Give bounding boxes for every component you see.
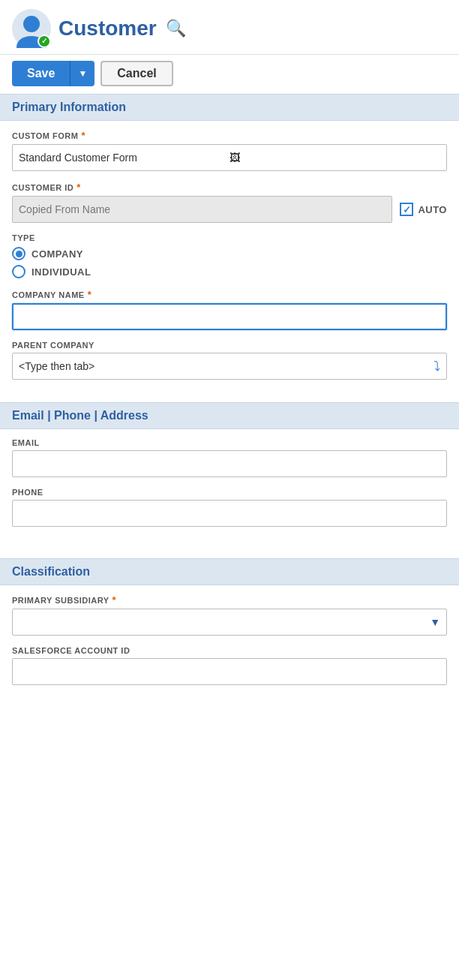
primary-information-section-header: Primary Information [0, 94, 459, 121]
toolbar: Save ▼ Cancel [0, 55, 459, 94]
customer-id-field: CUSTOMER ID * AUTO [12, 182, 447, 223]
parent-company-field: PARENT COMPANY <Type then tab> ⤵ [12, 341, 447, 380]
auto-checkbox-group: AUTO [400, 203, 447, 216]
primary-subsidiary-required: * [112, 594, 117, 606]
salesforce-account-id-input[interactable] [12, 658, 447, 685]
primary-subsidiary-field: PRIMARY SUBSIDIARY * ▼ [12, 594, 447, 636]
radio-company-label: COMPANY [32, 248, 83, 260]
svg-point-1 [23, 16, 40, 32]
save-button-group: Save ▼ [12, 61, 94, 86]
radio-company-circle[interactable] [12, 247, 26, 260]
auto-label: AUTO [418, 204, 447, 215]
radio-company[interactable]: COMPANY [12, 247, 447, 260]
email-phone-form: EMAIL PHONE [0, 429, 459, 558]
phone-field: PHONE [12, 488, 447, 527]
type-field: TYPE COMPANY INDIVIDUAL [12, 233, 447, 278]
search-icon[interactable]: 🔍 [166, 19, 186, 38]
email-input[interactable] [12, 450, 447, 477]
customer-id-required: * [76, 182, 81, 193]
auto-checkbox[interactable] [400, 203, 413, 216]
radio-individual[interactable]: INDIVIDUAL [12, 265, 447, 278]
salesforce-account-id-label: SALESFORCE ACCOUNT ID [12, 646, 447, 655]
email-field: EMAIL [12, 438, 447, 477]
customer-id-row: AUTO [12, 196, 447, 223]
radio-individual-label: INDIVIDUAL [32, 266, 91, 278]
primary-subsidiary-label: PRIMARY SUBSIDIARY * [12, 594, 447, 606]
salesforce-account-id-field: SALESFORCE ACCOUNT ID [12, 646, 447, 685]
parent-company-label: PARENT COMPANY [12, 341, 447, 350]
subsidiary-dropdown-icon[interactable]: ▼ [430, 616, 440, 628]
parent-company-value: <Type then tab> [19, 360, 94, 372]
cancel-button[interactable]: Cancel [100, 61, 172, 86]
primary-information-form: CUSTOM FORM * Standard Customer Form 🖼 C… [0, 121, 459, 402]
type-label: TYPE [12, 233, 447, 242]
radio-individual-circle[interactable] [12, 265, 26, 278]
company-name-required: * [88, 289, 92, 300]
form-select-icon[interactable]: 🖼 [230, 152, 440, 164]
classification-form: PRIMARY SUBSIDIARY * ▼ SALESFORCE ACCOUN… [0, 585, 459, 708]
classification-section-header: Classification [0, 558, 459, 585]
status-badge [38, 35, 51, 48]
company-name-input[interactable] [12, 303, 447, 330]
save-button[interactable]: Save [12, 61, 70, 86]
phone-label: PHONE [12, 488, 447, 497]
custom-form-label: CUSTOM FORM * [12, 130, 447, 141]
save-dropdown-button[interactable]: ▼ [70, 61, 94, 86]
company-name-label: COMPANY NAME * [12, 289, 447, 300]
customer-avatar [12, 9, 51, 48]
company-name-field: COMPANY NAME * [12, 289, 447, 330]
parent-company-dropdown-icon[interactable]: ⤵ [434, 359, 440, 374]
email-phone-section-header: Email | Phone | Address [0, 402, 459, 429]
primary-subsidiary-input[interactable]: ▼ [12, 609, 447, 636]
page-header: Customer 🔍 [0, 0, 459, 55]
custom-form-required: * [81, 130, 86, 141]
customer-id-label: CUSTOMER ID * [12, 182, 447, 193]
customer-id-input[interactable] [12, 196, 392, 223]
custom-form-field: CUSTOM FORM * Standard Customer Form 🖼 [12, 130, 447, 171]
email-label: EMAIL [12, 438, 447, 447]
custom-form-input[interactable]: Standard Customer Form 🖼 [12, 144, 447, 171]
parent-company-input[interactable]: <Type then tab> ⤵ [12, 353, 447, 380]
phone-input[interactable] [12, 500, 447, 527]
page-title: Customer [58, 17, 157, 41]
